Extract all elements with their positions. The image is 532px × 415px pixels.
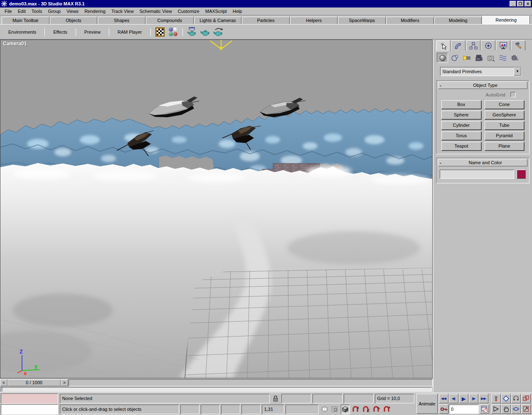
- angle-snap-button[interactable]: [362, 405, 371, 414]
- tube-button[interactable]: Tube: [485, 121, 525, 130]
- time-slider-track[interactable]: [69, 379, 433, 386]
- menu-maxscript[interactable]: MAXScript: [202, 8, 230, 15]
- go-to-end-button[interactable]: ▶▶: [479, 394, 488, 403]
- prev-frame-arrow[interactable]: <: [0, 379, 7, 386]
- box-button[interactable]: Box: [441, 100, 481, 109]
- percent-snap-button[interactable]: %: [372, 405, 381, 414]
- camera-viewport[interactable]: Camera01: [0, 40, 433, 378]
- geosphere-button[interactable]: GeoSphere: [485, 111, 525, 119]
- render-last-button[interactable]: [213, 27, 224, 37]
- listener-macro-pane[interactable]: [1, 393, 58, 404]
- zoom-extents-all-button[interactable]: [521, 394, 531, 403]
- material-editor-button[interactable]: [168, 27, 179, 37]
- viewport-label[interactable]: Camera01: [3, 41, 27, 47]
- min-max-toggle-button[interactable]: [521, 404, 531, 414]
- environments-button[interactable]: Environments: [2, 28, 42, 36]
- tab-objects[interactable]: Objects: [50, 17, 98, 24]
- tab-main-toolbar[interactable]: Main Toolbar: [2, 17, 49, 24]
- go-to-start-button[interactable]: ◀◀: [439, 394, 448, 403]
- time-slider-handle[interactable]: 0 / 1000: [7, 379, 61, 386]
- chevron-down-icon[interactable]: ▼: [514, 67, 521, 76]
- name-color-rollout-header[interactable]: - Name and Color: [438, 159, 527, 166]
- tab-hierarchy[interactable]: [466, 40, 480, 50]
- dolly-camera-button[interactable]: [491, 394, 501, 403]
- maxscript-mini-listener[interactable]: [1, 393, 58, 415]
- tab-shapes[interactable]: Shapes: [98, 17, 145, 24]
- previous-frame-button[interactable]: ◀|: [449, 394, 458, 403]
- tab-particles[interactable]: Particles: [242, 17, 290, 24]
- menu-rendering[interactable]: Rendering: [81, 8, 108, 15]
- menu-customize[interactable]: Customize: [175, 8, 202, 15]
- teapot-button[interactable]: Teapot: [441, 142, 481, 151]
- snap-toggle-3d-button[interactable]: 3: [351, 405, 360, 414]
- menu-tools[interactable]: Tools: [29, 8, 45, 15]
- collapse-icon[interactable]: -: [440, 160, 445, 165]
- category-cameras[interactable]: [473, 53, 484, 63]
- category-helpers[interactable]: [485, 53, 496, 63]
- category-shapes[interactable]: [449, 53, 460, 63]
- menu-views[interactable]: Views: [64, 8, 81, 15]
- preview-button[interactable]: Preview: [79, 28, 106, 36]
- menu-schematic-view[interactable]: Schematic View: [137, 8, 175, 15]
- field-of-view-button[interactable]: [491, 404, 501, 414]
- shaded-cube-button[interactable]: [341, 405, 350, 414]
- tab-modify[interactable]: [451, 40, 466, 50]
- subcategory-dropdown[interactable]: Standard Primitives ▼: [440, 67, 522, 76]
- snow-terrain[interactable]: [0, 163, 432, 378]
- sphere-button[interactable]: Sphere: [441, 111, 481, 119]
- track-bar[interactable]: [: [0, 387, 433, 393]
- object-type-rollout-header[interactable]: - Object Type: [438, 82, 527, 89]
- collapse-icon[interactable]: -: [440, 83, 445, 88]
- tab-motion[interactable]: [481, 40, 495, 50]
- truck-camera-button[interactable]: [501, 404, 511, 414]
- time-configuration-button[interactable]: [480, 404, 489, 414]
- menu-help[interactable]: Help: [230, 8, 245, 15]
- tab-create[interactable]: [436, 40, 451, 51]
- tab-modeling[interactable]: Modeling: [434, 17, 482, 24]
- menu-group[interactable]: Group: [45, 8, 64, 15]
- category-lights[interactable]: [461, 53, 472, 63]
- tab-display[interactable]: [496, 40, 510, 50]
- render-scene-button[interactable]: [187, 27, 197, 37]
- torus-button[interactable]: Torus: [441, 131, 481, 140]
- quick-render-button[interactable]: [200, 27, 211, 37]
- roll-camera-button[interactable]: [511, 394, 521, 403]
- object-name-field[interactable]: [440, 170, 514, 179]
- play-button[interactable]: ▶: [459, 394, 468, 403]
- menu-file[interactable]: File: [2, 8, 15, 15]
- category-systems[interactable]: [509, 53, 520, 63]
- restore-button[interactable]: ❐: [517, 1, 524, 7]
- menu-edit[interactable]: Edit: [15, 8, 29, 15]
- next-frame-arrow[interactable]: >: [61, 379, 68, 386]
- plane-button[interactable]: Plane: [485, 142, 525, 151]
- cylinder-button[interactable]: Cylinder: [441, 121, 481, 130]
- tab-lights-cameras[interactable]: Lights & Cameras: [194, 17, 242, 24]
- tab-utilities[interactable]: [511, 40, 525, 50]
- spinner-snap-button[interactable]: [382, 405, 392, 414]
- select-region-button[interactable]: [330, 405, 340, 414]
- listener-input-pane[interactable]: [1, 404, 58, 415]
- ram-player-button[interactable]: RAM Player: [112, 28, 148, 36]
- category-geometry[interactable]: [437, 53, 448, 63]
- selection-lock-button[interactable]: [271, 394, 280, 403]
- menu-track-view[interactable]: Track View: [108, 8, 137, 15]
- pyramid-button[interactable]: Pyramid: [485, 131, 525, 140]
- minimize-button[interactable]: _: [510, 1, 516, 7]
- close-button[interactable]: X: [525, 1, 531, 7]
- tab-modifiers[interactable]: Modifiers: [386, 17, 434, 24]
- tab-rendering[interactable]: Rendering: [482, 16, 530, 24]
- degradation-override-button[interactable]: [320, 405, 329, 414]
- next-frame-button[interactable]: |▶: [469, 394, 478, 403]
- orbit-camera-button[interactable]: [511, 404, 521, 414]
- tab-compounds[interactable]: Compounds: [146, 17, 194, 24]
- key-mode-button[interactable]: [439, 404, 448, 414]
- zoom-extents-button[interactable]: [501, 394, 511, 403]
- tab-helpers[interactable]: Helpers: [290, 17, 338, 24]
- tab-spacewarps[interactable]: SpaceWarps: [338, 17, 386, 24]
- cone-button[interactable]: Cone: [485, 100, 525, 109]
- current-frame-field[interactable]: [449, 405, 479, 414]
- category-space-warps[interactable]: [497, 53, 508, 63]
- effects-button[interactable]: Effects: [47, 28, 73, 36]
- object-color-swatch[interactable]: [517, 170, 526, 179]
- autogrid-checkbox[interactable]: [510, 92, 516, 97]
